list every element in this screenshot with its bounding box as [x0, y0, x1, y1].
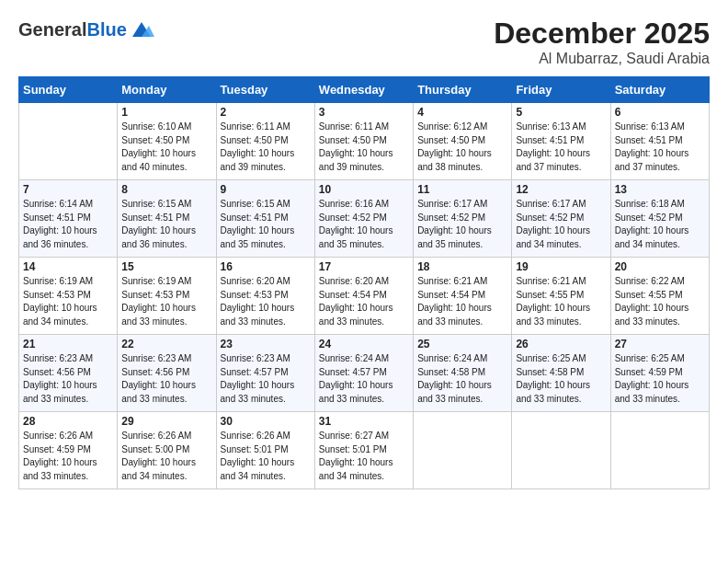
calendar-cell: 24Sunrise: 6:24 AMSunset: 4:57 PMDayligh… [314, 335, 413, 412]
calendar-cell: 19Sunrise: 6:21 AMSunset: 4:55 PMDayligh… [512, 258, 610, 335]
calendar-cell: 10Sunrise: 6:16 AMSunset: 4:52 PMDayligh… [314, 180, 413, 258]
week-row-4: 21Sunrise: 6:23 AMSunset: 4:56 PMDayligh… [19, 335, 710, 412]
cell-info: Sunrise: 6:17 AMSunset: 4:52 PMDaylight:… [417, 198, 507, 251]
calendar-cell: 12Sunrise: 6:17 AMSunset: 4:52 PMDayligh… [512, 180, 610, 258]
day-number: 21 [23, 338, 113, 350]
calendar-cell: 17Sunrise: 6:20 AMSunset: 4:54 PMDayligh… [314, 258, 413, 335]
cell-info: Sunrise: 6:24 AMSunset: 4:57 PMDaylight:… [319, 352, 409, 406]
day-number: 4 [417, 106, 507, 119]
calendar-cell: 2Sunrise: 6:11 AMSunset: 4:50 PMDaylight… [216, 103, 314, 180]
calendar-cell: 29Sunrise: 6:26 AMSunset: 5:00 PMDayligh… [118, 412, 216, 489]
cell-info: Sunrise: 6:23 AMSunset: 4:57 PMDaylight:… [221, 352, 311, 406]
calendar-cell: 23Sunrise: 6:23 AMSunset: 4:57 PMDayligh… [216, 335, 314, 412]
day-number: 10 [319, 183, 409, 196]
calendar-table: Sunday Monday Tuesday Wednesday Thursday… [18, 76, 710, 489]
page: GeneralBlue December 2025 Al Mubarraz, S… [0, 0, 728, 563]
calendar-cell: 5Sunrise: 6:13 AMSunset: 4:51 PMDaylight… [512, 103, 610, 180]
cell-info: Sunrise: 6:22 AMSunset: 4:55 PMDaylight:… [615, 275, 705, 328]
calendar-cell: 26Sunrise: 6:25 AMSunset: 4:58 PMDayligh… [512, 335, 610, 412]
week-row-2: 7Sunrise: 6:14 AMSunset: 4:51 PMDaylight… [19, 180, 710, 258]
cell-info: Sunrise: 6:21 AMSunset: 4:54 PMDaylight:… [417, 275, 507, 328]
calendar-cell [414, 412, 512, 489]
day-number: 12 [516, 183, 606, 196]
day-number: 7 [23, 183, 113, 196]
cell-info: Sunrise: 6:10 AMSunset: 4:50 PMDaylight:… [121, 121, 211, 174]
cell-info: Sunrise: 6:25 AMSunset: 4:59 PMDaylight:… [615, 352, 705, 406]
week-row-1: 1Sunrise: 6:10 AMSunset: 4:50 PMDaylight… [19, 103, 710, 180]
cell-info: Sunrise: 6:27 AMSunset: 5:01 PMDaylight:… [319, 430, 409, 483]
calendar-cell: 9Sunrise: 6:15 AMSunset: 4:51 PMDaylight… [216, 180, 314, 258]
week-row-3: 14Sunrise: 6:19 AMSunset: 4:53 PMDayligh… [19, 258, 710, 335]
cell-info: Sunrise: 6:21 AMSunset: 4:55 PMDaylight:… [516, 275, 606, 328]
calendar-cell: 30Sunrise: 6:26 AMSunset: 5:01 PMDayligh… [216, 412, 314, 489]
cell-info: Sunrise: 6:23 AMSunset: 4:56 PMDaylight:… [121, 352, 211, 406]
day-number: 6 [615, 106, 705, 119]
calendar-cell: 22Sunrise: 6:23 AMSunset: 4:56 PMDayligh… [118, 335, 216, 412]
day-number: 17 [319, 260, 409, 273]
day-number: 20 [615, 260, 705, 273]
calendar-cell: 11Sunrise: 6:17 AMSunset: 4:52 PMDayligh… [414, 180, 512, 258]
day-number: 13 [615, 183, 705, 196]
calendar-cell: 25Sunrise: 6:24 AMSunset: 4:58 PMDayligh… [414, 335, 512, 412]
title-block: December 2025 Al Mubarraz, Saudi Arabia [494, 17, 710, 67]
calendar-cell: 20Sunrise: 6:22 AMSunset: 4:55 PMDayligh… [610, 258, 709, 335]
day-number: 3 [319, 106, 409, 119]
cell-info: Sunrise: 6:12 AMSunset: 4:50 PMDaylight:… [417, 121, 507, 174]
cell-info: Sunrise: 6:16 AMSunset: 4:52 PMDaylight:… [319, 198, 409, 251]
day-number: 25 [417, 338, 507, 350]
week-row-5: 28Sunrise: 6:26 AMSunset: 4:59 PMDayligh… [19, 412, 710, 489]
cell-info: Sunrise: 6:19 AMSunset: 4:53 PMDaylight:… [121, 275, 211, 328]
day-number: 14 [23, 260, 113, 273]
day-number: 27 [615, 338, 705, 350]
calendar-cell: 8Sunrise: 6:15 AMSunset: 4:51 PMDaylight… [118, 180, 216, 258]
cell-info: Sunrise: 6:17 AMSunset: 4:52 PMDaylight:… [516, 198, 606, 251]
cell-info: Sunrise: 6:15 AMSunset: 4:51 PMDaylight:… [121, 198, 211, 251]
calendar-cell: 4Sunrise: 6:12 AMSunset: 4:50 PMDaylight… [414, 103, 512, 180]
day-number: 16 [221, 260, 311, 273]
calendar-cell: 15Sunrise: 6:19 AMSunset: 4:53 PMDayligh… [118, 258, 216, 335]
calendar-cell: 13Sunrise: 6:18 AMSunset: 4:52 PMDayligh… [610, 180, 709, 258]
cell-info: Sunrise: 6:18 AMSunset: 4:52 PMDaylight:… [615, 198, 705, 251]
calendar-cell [19, 103, 118, 180]
cell-info: Sunrise: 6:11 AMSunset: 4:50 PMDaylight:… [319, 121, 409, 174]
cell-info: Sunrise: 6:13 AMSunset: 4:51 PMDaylight:… [516, 121, 606, 174]
cell-info: Sunrise: 6:14 AMSunset: 4:51 PMDaylight:… [23, 198, 113, 251]
col-sunday: Sunday [19, 77, 118, 103]
col-wednesday: Wednesday [314, 77, 413, 103]
day-number: 30 [221, 415, 311, 428]
calendar-cell: 14Sunrise: 6:19 AMSunset: 4:53 PMDayligh… [19, 258, 118, 335]
day-number: 26 [516, 338, 606, 350]
logo-icon [129, 17, 154, 42]
cell-info: Sunrise: 6:26 AMSunset: 4:59 PMDaylight:… [23, 430, 113, 483]
day-number: 15 [121, 260, 211, 273]
header: GeneralBlue December 2025 Al Mubarraz, S… [18, 17, 710, 67]
day-number: 2 [221, 106, 311, 119]
calendar-cell: 27Sunrise: 6:25 AMSunset: 4:59 PMDayligh… [610, 335, 709, 412]
calendar-cell: 18Sunrise: 6:21 AMSunset: 4:54 PMDayligh… [414, 258, 512, 335]
calendar-cell: 7Sunrise: 6:14 AMSunset: 4:51 PMDaylight… [19, 180, 118, 258]
calendar-cell: 3Sunrise: 6:11 AMSunset: 4:50 PMDaylight… [314, 103, 413, 180]
col-monday: Monday [118, 77, 216, 103]
col-friday: Friday [512, 77, 610, 103]
cell-info: Sunrise: 6:19 AMSunset: 4:53 PMDaylight:… [23, 275, 113, 328]
cell-info: Sunrise: 6:15 AMSunset: 4:51 PMDaylight:… [221, 198, 311, 251]
cell-info: Sunrise: 6:26 AMSunset: 5:00 PMDaylight:… [121, 430, 211, 483]
day-number: 5 [516, 106, 606, 119]
day-number: 19 [516, 260, 606, 273]
day-number: 11 [417, 183, 507, 196]
calendar-cell: 1Sunrise: 6:10 AMSunset: 4:50 PMDaylight… [118, 103, 216, 180]
col-thursday: Thursday [414, 77, 512, 103]
day-number: 22 [121, 338, 211, 350]
day-number: 23 [221, 338, 311, 350]
col-tuesday: Tuesday [216, 77, 314, 103]
cell-info: Sunrise: 6:23 AMSunset: 4:56 PMDaylight:… [23, 352, 113, 406]
calendar-cell: 21Sunrise: 6:23 AMSunset: 4:56 PMDayligh… [19, 335, 118, 412]
cell-info: Sunrise: 6:20 AMSunset: 4:53 PMDaylight:… [221, 275, 311, 328]
cell-info: Sunrise: 6:20 AMSunset: 4:54 PMDaylight:… [319, 275, 409, 328]
cell-info: Sunrise: 6:11 AMSunset: 4:50 PMDaylight:… [221, 121, 311, 174]
cell-info: Sunrise: 6:25 AMSunset: 4:58 PMDaylight:… [516, 352, 606, 406]
calendar-cell: 16Sunrise: 6:20 AMSunset: 4:53 PMDayligh… [216, 258, 314, 335]
day-number: 31 [319, 415, 409, 428]
calendar-cell [610, 412, 709, 489]
day-number: 28 [23, 415, 113, 428]
